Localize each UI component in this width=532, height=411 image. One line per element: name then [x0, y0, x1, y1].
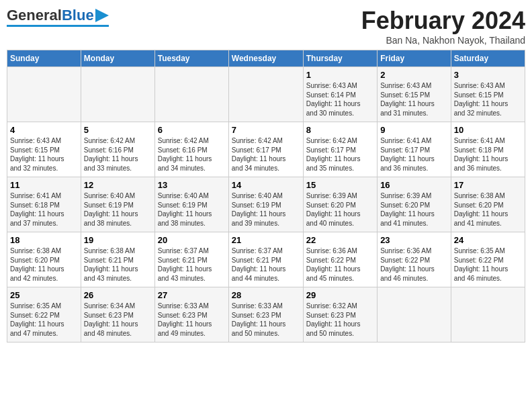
- day-info: Sunrise: 6:42 AM Sunset: 6:16 PM Dayligh…: [84, 136, 152, 173]
- day-info: Sunrise: 6:41 AM Sunset: 6:17 PM Dayligh…: [380, 136, 448, 173]
- day-info: Sunrise: 6:36 AM Sunset: 6:22 PM Dayligh…: [306, 246, 374, 283]
- day-info: Sunrise: 6:35 AM Sunset: 6:22 PM Dayligh…: [454, 246, 522, 283]
- day-info: Sunrise: 6:43 AM Sunset: 6:15 PM Dayligh…: [10, 136, 78, 173]
- day-info: Sunrise: 6:40 AM Sunset: 6:19 PM Dayligh…: [158, 191, 226, 228]
- day-number: 26: [84, 290, 152, 300]
- col-header-friday: Friday: [378, 50, 451, 67]
- day-number: 2: [380, 70, 448, 80]
- day-info: Sunrise: 6:36 AM Sunset: 6:22 PM Dayligh…: [380, 246, 448, 283]
- calendar-cell: 17Sunrise: 6:38 AM Sunset: 6:20 PM Dayli…: [451, 177, 525, 232]
- calendar-cell: 26Sunrise: 6:34 AM Sunset: 6:23 PM Dayli…: [81, 287, 154, 342]
- day-info: Sunrise: 6:39 AM Sunset: 6:20 PM Dayligh…: [306, 191, 374, 228]
- day-number: 28: [232, 290, 300, 300]
- day-number: 4: [10, 125, 78, 135]
- day-number: 24: [454, 235, 522, 245]
- day-info: Sunrise: 6:33 AM Sunset: 6:23 PM Dayligh…: [232, 302, 300, 338]
- day-info: Sunrise: 6:41 AM Sunset: 6:18 PM Dayligh…: [10, 191, 78, 228]
- calendar-cell: 4Sunrise: 6:43 AM Sunset: 6:15 PM Daylig…: [7, 122, 81, 177]
- calendar-cell: 29Sunrise: 6:32 AM Sunset: 6:23 PM Dayli…: [303, 287, 377, 342]
- calendar-cell: 20Sunrise: 6:37 AM Sunset: 6:21 PM Dayli…: [154, 232, 228, 287]
- calendar-cell: 28Sunrise: 6:33 AM Sunset: 6:23 PM Dayli…: [228, 287, 303, 342]
- calendar-cell: [451, 287, 525, 342]
- logo: GeneralBlue: [7, 7, 109, 27]
- logo-general: GeneralBlue: [7, 7, 94, 24]
- location: Ban Na, Nakhon Nayok, Thailand: [361, 35, 525, 46]
- day-number: 18: [10, 235, 78, 245]
- day-info: Sunrise: 6:37 AM Sunset: 6:21 PM Dayligh…: [158, 246, 226, 283]
- day-number: 20: [158, 235, 226, 245]
- day-number: 13: [158, 180, 226, 190]
- calendar-cell: 25Sunrise: 6:35 AM Sunset: 6:22 PM Dayli…: [7, 287, 81, 342]
- calendar-cell: 12Sunrise: 6:40 AM Sunset: 6:19 PM Dayli…: [81, 177, 154, 232]
- day-number: 25: [10, 290, 78, 300]
- day-number: 9: [380, 125, 448, 135]
- day-number: 7: [232, 125, 300, 135]
- day-info: Sunrise: 6:34 AM Sunset: 6:23 PM Dayligh…: [84, 302, 152, 338]
- calendar-cell: 14Sunrise: 6:40 AM Sunset: 6:19 PM Dayli…: [228, 177, 303, 232]
- day-number: 14: [232, 180, 300, 190]
- day-number: 10: [454, 125, 522, 135]
- col-header-sunday: Sunday: [7, 50, 81, 67]
- col-header-tuesday: Tuesday: [154, 50, 228, 67]
- calendar-cell: 19Sunrise: 6:38 AM Sunset: 6:21 PM Dayli…: [81, 232, 154, 287]
- calendar-cell: 2Sunrise: 6:43 AM Sunset: 6:15 PM Daylig…: [378, 67, 451, 122]
- day-number: 29: [306, 290, 374, 300]
- page-header: GeneralBlue February 2024 Ban Na, Nakhon…: [7, 7, 525, 46]
- calendar-cell: [378, 287, 451, 342]
- day-number: 21: [232, 235, 300, 245]
- calendar-cell: 16Sunrise: 6:39 AM Sunset: 6:20 PM Dayli…: [378, 177, 451, 232]
- calendar-cell: 11Sunrise: 6:41 AM Sunset: 6:18 PM Dayli…: [7, 177, 81, 232]
- calendar-cell: 6Sunrise: 6:42 AM Sunset: 6:16 PM Daylig…: [154, 122, 228, 177]
- day-number: 1: [306, 70, 374, 80]
- day-number: 16: [380, 180, 448, 190]
- day-number: 22: [306, 235, 374, 245]
- day-info: Sunrise: 6:42 AM Sunset: 6:17 PM Dayligh…: [232, 136, 300, 173]
- day-info: Sunrise: 6:41 AM Sunset: 6:18 PM Dayligh…: [454, 136, 522, 173]
- calendar-table: SundayMondayTuesdayWednesdayThursdayFrid…: [7, 50, 525, 342]
- day-number: 8: [306, 125, 374, 135]
- day-info: Sunrise: 6:42 AM Sunset: 6:16 PM Dayligh…: [158, 136, 226, 173]
- day-info: Sunrise: 6:43 AM Sunset: 6:15 PM Dayligh…: [454, 81, 522, 118]
- calendar-cell: 21Sunrise: 6:37 AM Sunset: 6:21 PM Dayli…: [228, 232, 303, 287]
- calendar-cell: 23Sunrise: 6:36 AM Sunset: 6:22 PM Dayli…: [378, 232, 451, 287]
- day-info: Sunrise: 6:39 AM Sunset: 6:20 PM Dayligh…: [380, 191, 448, 228]
- day-number: 3: [454, 70, 522, 80]
- calendar-cell: [228, 67, 303, 122]
- calendar-cell: 7Sunrise: 6:42 AM Sunset: 6:17 PM Daylig…: [228, 122, 303, 177]
- day-info: Sunrise: 6:38 AM Sunset: 6:20 PM Dayligh…: [454, 191, 522, 228]
- day-number: 27: [158, 290, 226, 300]
- day-info: Sunrise: 6:42 AM Sunset: 6:17 PM Dayligh…: [306, 136, 374, 173]
- day-info: Sunrise: 6:32 AM Sunset: 6:23 PM Dayligh…: [306, 302, 374, 338]
- day-info: Sunrise: 6:38 AM Sunset: 6:21 PM Dayligh…: [84, 246, 152, 283]
- calendar-cell: 27Sunrise: 6:33 AM Sunset: 6:23 PM Dayli…: [154, 287, 228, 342]
- col-header-saturday: Saturday: [451, 50, 525, 67]
- calendar-cell: 15Sunrise: 6:39 AM Sunset: 6:20 PM Dayli…: [303, 177, 377, 232]
- day-number: 5: [84, 125, 152, 135]
- calendar-cell: [7, 67, 81, 122]
- month-year: February 2024: [361, 7, 525, 35]
- col-header-thursday: Thursday: [303, 50, 377, 67]
- calendar-cell: 3Sunrise: 6:43 AM Sunset: 6:15 PM Daylig…: [451, 67, 525, 122]
- calendar-cell: 10Sunrise: 6:41 AM Sunset: 6:18 PM Dayli…: [451, 122, 525, 177]
- day-number: 17: [454, 180, 522, 190]
- day-number: 6: [158, 125, 226, 135]
- calendar-cell: 1Sunrise: 6:43 AM Sunset: 6:14 PM Daylig…: [303, 67, 377, 122]
- logo-arrow-icon: [95, 9, 109, 22]
- day-number: 11: [10, 180, 78, 190]
- day-info: Sunrise: 6:40 AM Sunset: 6:19 PM Dayligh…: [84, 191, 152, 228]
- calendar-cell: 9Sunrise: 6:41 AM Sunset: 6:17 PM Daylig…: [378, 122, 451, 177]
- day-info: Sunrise: 6:38 AM Sunset: 6:20 PM Dayligh…: [10, 246, 78, 283]
- col-header-wednesday: Wednesday: [228, 50, 303, 67]
- day-info: Sunrise: 6:40 AM Sunset: 6:19 PM Dayligh…: [232, 191, 300, 228]
- day-number: 23: [380, 235, 448, 245]
- day-number: 19: [84, 235, 152, 245]
- calendar-cell: 5Sunrise: 6:42 AM Sunset: 6:16 PM Daylig…: [81, 122, 154, 177]
- svg-marker-0: [95, 9, 109, 22]
- calendar-cell: [154, 67, 228, 122]
- day-info: Sunrise: 6:37 AM Sunset: 6:21 PM Dayligh…: [232, 246, 300, 283]
- day-number: 15: [306, 180, 374, 190]
- day-info: Sunrise: 6:33 AM Sunset: 6:23 PM Dayligh…: [158, 302, 226, 338]
- calendar-cell: 18Sunrise: 6:38 AM Sunset: 6:20 PM Dayli…: [7, 232, 81, 287]
- col-header-monday: Monday: [81, 50, 154, 67]
- title-area: February 2024 Ban Na, Nakhon Nayok, Thai…: [361, 7, 525, 46]
